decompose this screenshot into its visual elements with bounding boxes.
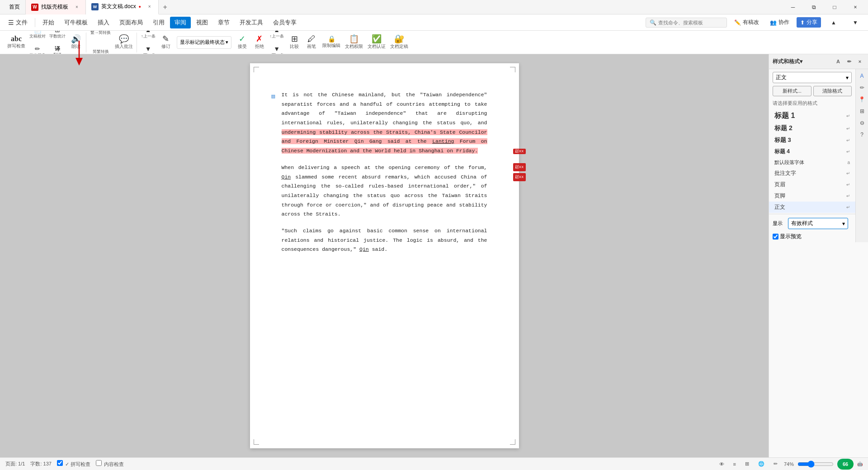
menu-vip[interactable]: 会员专享 <box>269 17 301 28</box>
pen-tool-btn[interactable]: 🖊 画笔 <box>303 33 320 52</box>
menu-template[interactable]: 可牛模板 <box>60 17 92 28</box>
clear-format-btn[interactable]: 清除格式 <box>813 86 852 96</box>
close-button[interactable]: × <box>846 0 864 14</box>
style-item-h2[interactable]: 标题 2 ↵ <box>769 122 855 134</box>
menu-start[interactable]: 开始 <box>38 17 59 28</box>
spell-check-toggle[interactable] <box>57 460 63 466</box>
tab-home[interactable]: 首页 <box>4 0 26 14</box>
translate-btn[interactable]: 译 翻译 <box>48 43 67 55</box>
panel-right-icon-2[interactable]: ✏ <box>857 83 867 93</box>
doc-auth-btn[interactable]: ✅ 文档认证 <box>366 33 387 52</box>
menu-bar-right: 🔍 ✏️ 有稿改 👥 协作 ⬆ 分享 ▲ ▼ <box>646 15 864 30</box>
word-count-btn[interactable]: ⊞ 字数统计 <box>48 31 67 42</box>
view-layout-btn[interactable]: ⊞ <box>742 460 752 468</box>
style-actions: 新样式... 清除格式 <box>773 86 852 96</box>
trad-to-simp-btn[interactable]: 繁→简转换 <box>89 31 112 42</box>
view-pencil-btn[interactable]: ✏ <box>771 460 780 468</box>
menu-reference[interactable]: 引用 <box>148 17 169 28</box>
paragraph-3[interactable]: "Such claims go against basic common sen… <box>282 226 487 254</box>
comment-tag-3[interactable]: 赵xx <box>513 173 526 181</box>
maximize-button[interactable]: □ <box>826 0 844 14</box>
search-input[interactable] <box>658 20 723 25</box>
menu-view[interactable]: 视图 <box>192 17 212 28</box>
restrict-btn[interactable]: 🔒 限制编辑 <box>321 33 342 52</box>
tab-word[interactable]: W 英文文稿.docx • × <box>86 0 159 14</box>
text-compare-btn[interactable]: 📄 文稿校对 <box>28 31 47 42</box>
style-item-header[interactable]: 页眉 ↵ <box>769 179 855 190</box>
display-value-select[interactable]: 有效样式 ▾ <box>788 218 848 229</box>
permissions-btn[interactable]: 📋 文档权限 <box>343 33 365 52</box>
share-btn[interactable]: ⬆ 分享 <box>797 17 821 28</box>
comment-tag-2[interactable]: 赵xx <box>513 163 526 171</box>
minimize-button[interactable]: ─ <box>784 0 802 14</box>
style-item-default-para[interactable]: 默认段落字体 a <box>769 157 855 168</box>
show-preview-check[interactable]: 显示预览 <box>773 233 852 240</box>
compare-btn[interactable]: ⊞ 比较 <box>286 33 302 52</box>
panel-right-icon-1[interactable]: A <box>857 71 867 81</box>
spell-check-btn[interactable]: abc 拼写检查 <box>5 33 27 52</box>
style-item-h1[interactable]: 标题 1 ↵ <box>769 109 855 122</box>
tab-wps[interactable]: W 找版壳模板 × <box>26 0 86 14</box>
prev-track-btn[interactable]: ▲ ↑上一条 <box>269 31 286 42</box>
current-style-select[interactable]: 正文 ▾ <box>773 72 852 83</box>
insert-comment-btn[interactable]: 💬 插入批注 <box>113 33 135 52</box>
panel-close[interactable]: × <box>855 57 864 66</box>
style-item-footer[interactable]: 页脚 ↵ <box>769 190 855 202</box>
youganggai-btn[interactable]: ✏️ 有稿改 <box>731 17 763 28</box>
doc-lock-btn[interactable]: 🔐 文档定稿 <box>388 33 410 52</box>
tab-wps-close[interactable]: × <box>74 4 80 10</box>
panel-toggle-down[interactable]: ▼ <box>846 15 864 30</box>
panel-right-icon-3[interactable]: 📍 <box>857 94 867 104</box>
comment-area-2: 赵xx 赵xx <box>513 163 526 181</box>
menu-bar: ☰ 文件 开始 可牛模板 插入 页面布局 引用 审阅 视图 章节 开发工具 会员… <box>0 14 868 31</box>
document-area[interactable]: ▤ It is not the Chinese mainland, but th… <box>0 54 769 457</box>
menu-file[interactable]: ☰ 文件 <box>4 17 32 28</box>
zoom-slider[interactable] <box>797 461 834 468</box>
style-default-para-label: 默认段落字体 <box>774 159 804 166</box>
search-box[interactable]: 🔍 <box>646 18 727 28</box>
tab-word-close[interactable]: × <box>146 4 153 10</box>
track-changes-btn[interactable]: ✏ 批改服务 <box>28 43 47 55</box>
track-edit-btn[interactable]: ✎ 修订 <box>158 33 174 52</box>
panel-icon-1[interactable]: A <box>834 57 843 66</box>
panel-right-icon-6[interactable]: ? <box>857 130 867 140</box>
paragraph-2[interactable]: When delivering a speech at the opening … <box>282 163 487 219</box>
menu-page-layout[interactable]: 页面布局 <box>115 17 147 28</box>
menu-dev-tools[interactable]: 开发工具 <box>235 17 268 28</box>
style-item-comment[interactable]: 批注文字 ↵ <box>769 168 855 179</box>
reject-btn[interactable]: ✗ 拒绝 <box>251 33 268 52</box>
panel-icon-2[interactable]: ✏ <box>844 57 854 66</box>
status-bar: 页面: 1/1 字数: 137 ✓ 拼写检查 内容检查 👁 ≡ ⊞ 🌐 ✏ 74… <box>0 457 868 470</box>
next-track-btn[interactable]: ▼ ↓下一条 <box>269 43 286 55</box>
prev-track-icon: ▲ <box>274 31 280 33</box>
panel-right-icon-4[interactable]: ⊞ <box>857 106 867 116</box>
menu-review[interactable]: 审阅 <box>170 17 191 28</box>
smart-badge[interactable]: 66 <box>837 459 854 470</box>
collaborate-btn[interactable]: 👥 协作 <box>766 17 793 28</box>
prev-comment-icon: ▲ <box>145 31 151 33</box>
view-list-btn[interactable]: ≡ <box>731 461 739 468</box>
next-comment-btn[interactable]: ▼ ↓下一条 <box>140 43 157 55</box>
collaborate-label: 协作 <box>778 19 789 26</box>
inner-content-toggle[interactable] <box>96 460 102 466</box>
show-state-select[interactable]: 显示标记的最终状态 ▾ <box>177 36 231 49</box>
new-tab-button[interactable]: + <box>159 3 172 11</box>
accept-btn[interactable]: ✓ 接受 <box>234 33 250 52</box>
paragraph-1[interactable]: ▤ It is not the Chinese mainland, but th… <box>282 90 487 156</box>
style-item-body[interactable]: 正文 ↵ <box>769 202 855 213</box>
menu-insert[interactable]: 插入 <box>93 17 114 28</box>
show-preview-checkbox[interactable] <box>773 234 778 240</box>
style-item-h4[interactable]: 标题 4 ↵ <box>769 146 855 157</box>
restore-button[interactable]: ⧉ <box>805 0 823 14</box>
simp-to-trad-btn[interactable]: 简繁转换 <box>89 43 112 55</box>
view-globe-btn[interactable]: 🌐 <box>755 460 767 468</box>
style-item-h3[interactable]: 标题 3 ↵ <box>769 134 855 146</box>
menu-chapter[interactable]: 章节 <box>213 17 234 28</box>
panel-right-icon-5[interactable]: ⊖ <box>857 118 867 128</box>
panel-toggle-up[interactable]: ▲ <box>825 15 843 30</box>
view-eye-btn[interactable]: 👁 <box>717 461 727 468</box>
comment-tag-1[interactable]: 赵xx <box>513 149 526 154</box>
prev-comment-btn[interactable]: ▲ ↑上一条 <box>140 31 157 42</box>
read-aloud-btn[interactable]: 🔊 朗读 <box>68 33 84 52</box>
new-style-btn[interactable]: 新样式... <box>773 86 811 96</box>
